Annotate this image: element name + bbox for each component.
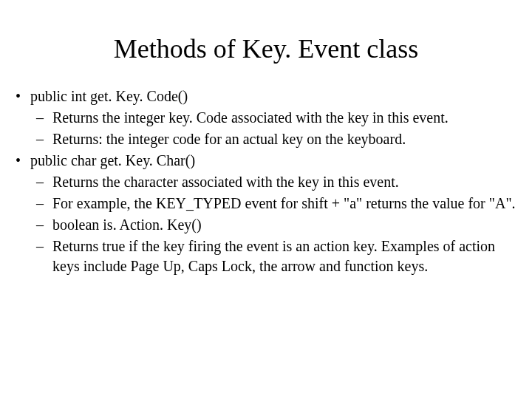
sub-list: Returns the integer key. Code associated…	[30, 108, 521, 149]
sub-list-item: boolean is. Action. Key()	[30, 215, 521, 235]
sub-list: Returns the character associated with th…	[30, 172, 521, 276]
sub-list-item: For example, the KEY_TYPED event for shi…	[30, 194, 521, 214]
sub-list-item: Returns the integer key. Code associated…	[30, 108, 521, 128]
list-item-text: public int get. Key. Code()	[30, 88, 188, 104]
list-item-text: public char get. Key. Char()	[30, 152, 195, 168]
sub-list-item: Returns true if the key firing the event…	[30, 236, 521, 276]
bullet-list: public int get. Key. Code() Returns the …	[11, 86, 521, 276]
list-item: public char get. Key. Char() Returns the…	[11, 151, 521, 276]
list-item: public int get. Key. Code() Returns the …	[11, 86, 521, 149]
sub-list-item: Returns: the integer code for an actual …	[30, 129, 521, 149]
slide-title: Methods of Key. Event class	[11, 33, 521, 64]
sub-list-item: Returns the character associated with th…	[30, 172, 521, 192]
